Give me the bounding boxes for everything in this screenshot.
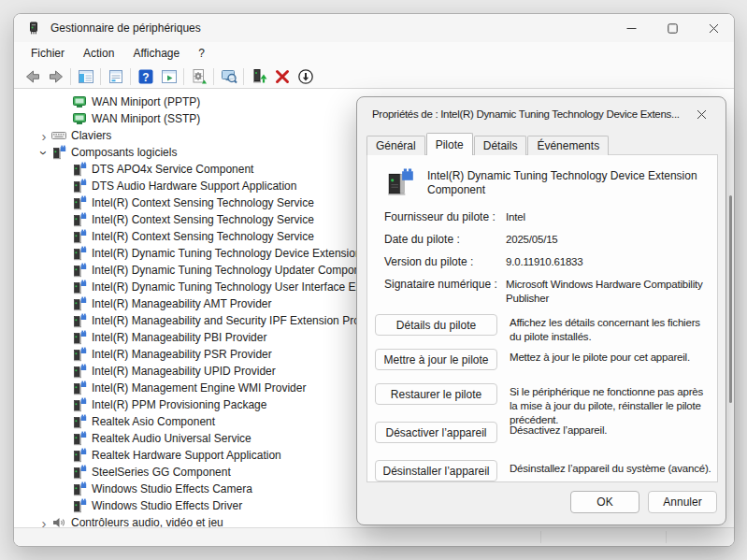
tree-chevron-icon[interactable] <box>57 465 72 480</box>
cancel-button[interactable]: Annuler <box>648 491 717 513</box>
tree-item-label: Contrôleurs audio, vidéo et jeu <box>70 516 223 527</box>
roll-back-driver-button[interactable]: Restaurer le pilote <box>375 383 497 405</box>
minimize-button[interactable] <box>611 14 652 42</box>
tree-chevron-icon[interactable] <box>57 111 72 126</box>
toolbar-forward-button[interactable] <box>44 66 67 87</box>
toolbar: ? <box>14 65 734 89</box>
search-computer-icon <box>220 67 238 86</box>
tree-item-label: Intel(R) Manageability PSR Provider <box>91 348 272 361</box>
status-separator <box>666 531 667 543</box>
update-driver-button[interactable]: Mettre à jour le pilote <box>375 349 497 370</box>
tree-chevron-icon[interactable] <box>57 431 72 446</box>
toolbar-update-driver-button[interactable] <box>247 66 270 87</box>
dialog-footer: OK Annuler <box>570 491 717 513</box>
tree-chevron-icon[interactable] <box>57 481 72 496</box>
driver-details-button[interactable]: Détails du pilote <box>375 314 497 336</box>
tab-details[interactable]: Détails <box>474 136 527 155</box>
tree-item-label: Realtek Asio Component <box>91 415 215 428</box>
software-component-icon <box>51 145 66 160</box>
disable-device-button[interactable]: Désactiver l’appareil <box>375 422 497 443</box>
menu-help[interactable]: ? <box>189 44 214 63</box>
device-manager-icon <box>26 21 41 36</box>
tree-chevron-icon[interactable] <box>57 179 72 194</box>
toolbar-disable-button[interactable] <box>294 66 317 87</box>
menu-fichier[interactable]: Fichier <box>22 44 74 63</box>
tree-chevron-icon[interactable] <box>57 330 72 345</box>
tree-chevron-icon[interactable] <box>57 414 72 429</box>
tree-chevron-icon[interactable] <box>57 313 72 328</box>
tree-item-label: Intel(R) Manageability UPID Provider <box>91 365 276 378</box>
driver-action-row: Mettre à jour le pilote Mettez à jour le… <box>375 349 717 383</box>
tree-item-label: Intel(R) Dynamic Tuning Technology User … <box>91 280 397 294</box>
tree-chevron-icon[interactable] <box>57 94 72 109</box>
tree-item-label: Intel(R) PPM Provisioning Package <box>91 398 266 411</box>
tab-general[interactable]: Général <box>366 136 425 155</box>
toolbar-uninstall-button[interactable] <box>270 66 294 87</box>
software-component-icon <box>72 313 87 328</box>
tree-chevron-icon[interactable] <box>57 212 72 227</box>
tree-chevron-icon[interactable] <box>57 195 72 210</box>
tree-chevron-icon[interactable] <box>57 347 72 362</box>
audio-controller-icon <box>51 515 66 527</box>
software-component-icon <box>72 280 87 294</box>
ok-button[interactable]: OK <box>570 491 639 513</box>
maximize-button[interactable] <box>652 14 693 42</box>
driver-actions: Détails du pilote Affichez les détails c… <box>375 314 717 482</box>
close-button[interactable] <box>693 14 734 42</box>
tree-chevron-icon[interactable] <box>36 145 51 160</box>
tree-item-label: Intel(R) Dynamic Tuning Technology Updat… <box>91 264 376 277</box>
tree-chevron-icon[interactable] <box>36 128 51 143</box>
svg-text:?: ? <box>142 70 149 83</box>
tree-chevron-icon[interactable] <box>57 448 72 463</box>
tree-chevron-icon[interactable] <box>57 229 72 244</box>
tree-chevron-icon[interactable] <box>57 364 72 379</box>
software-component-icon <box>72 212 87 227</box>
tab-evenements[interactable]: Événements <box>527 136 609 155</box>
menu-affichage[interactable]: Affichage <box>123 44 189 63</box>
tree-chevron-icon[interactable] <box>57 263 72 278</box>
software-component-icon <box>384 167 416 199</box>
tree-chevron-icon[interactable] <box>57 162 72 177</box>
window-title: Gestionnaire de périphériques <box>50 22 201 35</box>
uninstall-device-button[interactable]: Désinstaller l’appareil <box>375 460 497 481</box>
software-component-icon <box>72 381 87 395</box>
dialog-title-bar[interactable]: Propriétés de : Intel(R) Dynamic Tuning … <box>357 97 725 131</box>
tree-chevron-icon[interactable] <box>57 296 72 311</box>
toolbar-console-tree-button[interactable] <box>74 66 97 87</box>
tree-item-label: Realtek Audio Universal Service <box>91 432 251 445</box>
toolbar-help-button[interactable]: ? <box>134 66 157 87</box>
tree-chevron-icon[interactable] <box>57 397 72 412</box>
software-component-icon <box>72 414 87 429</box>
toolbar-scan-hardware-button[interactable] <box>187 66 210 87</box>
status-bar <box>14 527 734 546</box>
toolbar-action-pane-button[interactable] <box>157 66 180 87</box>
tree-item-label: Intel(R) Management Engine WMI Provider <box>91 381 306 395</box>
tab-pilote[interactable]: Pilote <box>426 133 473 155</box>
software-component-icon <box>72 498 87 513</box>
driver-field-row: Date du pilote : 2025/05/15 <box>384 233 717 247</box>
tree-chevron-icon[interactable] <box>57 280 72 294</box>
properties-window-icon <box>107 67 125 86</box>
dialog-title: Propriétés de : Intel(R) Dynamic Tuning … <box>372 108 680 120</box>
driver-action-row: Restaurer le pilote Si le périphérique n… <box>375 383 717 422</box>
close-icon <box>697 109 707 120</box>
tree-scrollbar[interactable] <box>729 195 732 403</box>
toolbar-properties-button[interactable] <box>104 66 127 87</box>
toolbar-back-button[interactable] <box>21 66 44 87</box>
tree-item-label: WAN Miniport (SSTP) <box>91 112 200 125</box>
dialog-close-button[interactable] <box>684 101 718 127</box>
tree-item-label: Intel(R) Context Sensing Technology Serv… <box>91 196 314 209</box>
driver-action-description: Désactivez l’appareil. <box>510 422 713 438</box>
tree-chevron-icon[interactable] <box>57 381 72 395</box>
tree-chevron-icon[interactable] <box>57 498 72 513</box>
software-component-icon <box>72 364 87 379</box>
tree-chevron-icon[interactable] <box>36 515 51 527</box>
update-driver-icon <box>250 67 268 86</box>
driver-fields: Fournisseur du pilote : Intel Date du pi… <box>384 210 717 306</box>
menu-action[interactable]: Action <box>74 44 123 63</box>
toolbar-search-computer-button[interactable] <box>217 66 240 87</box>
title-bar[interactable]: Gestionnaire de périphériques <box>14 14 734 42</box>
driver-field-row: Fournisseur du pilote : Intel <box>384 210 717 224</box>
tree-item-label: Intel(R) Manageability and Security IPF … <box>91 314 384 327</box>
tree-chevron-icon[interactable] <box>57 246 72 261</box>
